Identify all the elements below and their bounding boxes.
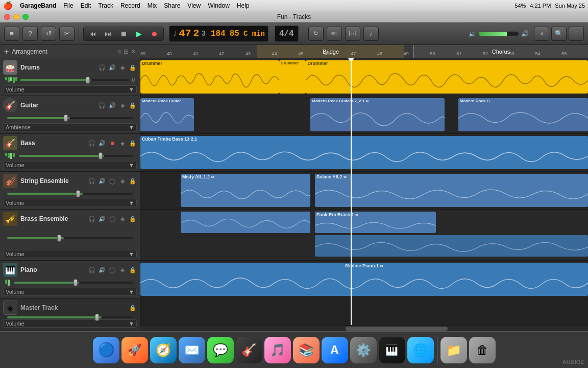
guitar-clip-2[interactable]: Modern Rock Guitar 07_2.1 ∞ [310, 98, 445, 131]
brass-clip-bottom[interactable] [315, 235, 588, 257]
brass-smart-btn[interactable]: ◈ [118, 215, 127, 223]
undo-button[interactable]: ↺ [41, 27, 56, 41]
drums-volume-select[interactable]: Volume▼ [3, 85, 137, 94]
dock-appstore[interactable]: A [322, 337, 348, 363]
piano-mute-btn[interactable]: ◯ [108, 266, 116, 274]
drums-clip-1[interactable]: Drummer [140, 60, 279, 94]
brass-clip-1[interactable] [181, 212, 310, 233]
strings-smart-btn[interactable]: ◈ [118, 177, 127, 185]
bass-speaker-btn[interactable]: 🔊 [98, 139, 106, 147]
dock-launchpad[interactable]: 🚀 [121, 337, 148, 363]
piano-lock-btn[interactable]: 🔒 [129, 266, 137, 274]
piano-volume-knob[interactable] [74, 279, 78, 286]
dock-messages[interactable]: 💬 [207, 337, 234, 363]
menu-view[interactable]: View [187, 2, 201, 9]
dock-finder2[interactable]: 📁 [440, 337, 467, 363]
guitar-clip-1[interactable]: Modern Rock Guitar [140, 98, 194, 131]
guitar-volume-knob[interactable] [64, 114, 68, 122]
menu-track[interactable]: Track [98, 2, 113, 9]
add-track-button[interactable]: + [4, 47, 9, 56]
drums-clip-2[interactable]: Drummer [279, 60, 306, 94]
help-button[interactable]: ? [22, 27, 38, 41]
drums-volume-knob[interactable] [86, 77, 90, 84]
brass-volume-select[interactable]: Volume▼ [3, 250, 137, 258]
library-button[interactable]: ≡ [4, 27, 19, 41]
bass-lock-btn[interactable]: 🔒 [129, 139, 137, 147]
piano-clip-1[interactable]: Skyline Piano.1 ∞ [140, 263, 588, 296]
close-button[interactable] [4, 14, 10, 20]
dock-safari2[interactable]: 🌐 [407, 337, 434, 363]
dock-itunes[interactable]: 🎵 [264, 337, 291, 363]
brass-lock-btn[interactable]: 🔒 [129, 215, 137, 223]
dock-midi[interactable]: 🎹 [379, 337, 405, 363]
master-volume-select[interactable]: Volume▼ [3, 319, 137, 328]
guitar-volume-select[interactable]: Ambience▼ [3, 123, 137, 131]
brass-speaker-btn[interactable]: 🔊 [98, 215, 106, 223]
menu-mix[interactable]: Mix [148, 2, 157, 9]
master-volume-knob[interactable] [95, 314, 99, 321]
drums-clip-3[interactable]: Drummer [306, 60, 588, 94]
strings-clip-2[interactable]: Solace All.2 ∞ [315, 174, 588, 207]
guitar-lock-btn[interactable]: 🔒 [129, 101, 137, 109]
minimize-button[interactable] [13, 14, 19, 20]
strings-mute-btn[interactable]: ◯ [108, 177, 116, 185]
score-button[interactable]: ♬ [534, 27, 549, 41]
drums-headphones-btn[interactable]: 🎧 [98, 63, 106, 72]
bass-headphones-btn[interactable]: 🎧 [88, 139, 96, 147]
strings-volume-knob[interactable] [76, 190, 80, 197]
browser-button[interactable]: ≣ [569, 27, 584, 41]
drums-speaker-btn[interactable]: 🔊 [108, 63, 116, 72]
arrangement-close-icon[interactable]: ✕ [131, 48, 136, 55]
menu-edit[interactable]: Edit [81, 2, 91, 9]
dock-garageband[interactable]: 🎸 [236, 337, 262, 363]
dock-trash[interactable]: 🗑 [469, 337, 496, 363]
rewind-button[interactable]: ⏮ [86, 27, 100, 40]
drums-smart-btn[interactable]: ◈ [118, 63, 127, 72]
master-lock-btn[interactable]: 🔒 [129, 304, 137, 312]
note-button[interactable]: ♪ [363, 27, 379, 41]
arrangement-grid-icon[interactable]: ⊞ [124, 48, 129, 55]
menu-share[interactable]: Share [164, 2, 180, 9]
horizontal-scrollbar[interactable] [140, 325, 588, 331]
bass-volume-select[interactable]: Volume▼ [3, 161, 137, 169]
bass-smart-btn[interactable]: ◈ [118, 139, 127, 147]
search-button[interactable]: 🔍 [551, 27, 567, 41]
dock-systemprefs[interactable]: ⚙️ [350, 337, 377, 363]
pencil-button[interactable]: ✏ [327, 27, 342, 41]
dock-safari[interactable]: 🧭 [150, 337, 177, 363]
piano-speaker-btn[interactable]: 🔊 [98, 266, 106, 274]
strings-speaker-btn[interactable]: 🔊 [98, 177, 106, 185]
piano-smart-btn[interactable]: ◈ [118, 266, 127, 274]
arrangement-note-icon[interactable]: ♫ [117, 48, 121, 55]
record-button[interactable]: ⏺ [147, 27, 161, 40]
strings-lock-btn[interactable]: 🔒 [129, 177, 137, 185]
maximize-button[interactable] [22, 14, 29, 20]
piano-volume-select[interactable]: Volume▼ [3, 288, 137, 296]
redo-button[interactable]: ✂ [59, 27, 75, 41]
bass-record-btn[interactable]: ⏺ [108, 139, 116, 147]
strings-headphones-btn[interactable]: 🎧 [88, 177, 96, 185]
play-button[interactable]: ▶ [132, 27, 146, 40]
strings-volume-select[interactable]: Volume▼ [3, 199, 137, 207]
dock-mail[interactable]: ✉️ [179, 337, 205, 363]
strings-clip-1[interactable]: Misty All_1.2 ∞ [181, 174, 310, 207]
app-name[interactable]: GarageBand [20, 2, 56, 9]
fast-forward-button[interactable]: ⏭ [101, 27, 115, 40]
apple-menu[interactable]: 🍎 [3, 1, 13, 10]
scroll-thumb[interactable] [346, 327, 448, 331]
guitar-clip-3[interactable]: Modern Rock G [458, 98, 588, 131]
piano-headphones-btn[interactable]: 🎧 [88, 266, 96, 274]
brass-headphones-btn[interactable]: 🎧 [88, 215, 96, 223]
dock-finder[interactable]: 🔵 [93, 337, 119, 363]
guitar-speaker-btn[interactable]: 🔊 [108, 101, 116, 109]
menu-record[interactable]: Record [120, 2, 140, 9]
bass-volume-knob[interactable] [99, 152, 103, 159]
guitar-smart-btn[interactable]: ◈ [118, 101, 127, 109]
menu-help[interactable]: Help [237, 2, 250, 9]
brass-mute-btn[interactable]: ◯ [108, 215, 116, 223]
master-volume-slider[interactable] [478, 31, 519, 36]
brass-volume-knob[interactable] [57, 235, 61, 242]
snap-button[interactable]: |↔| [345, 27, 360, 41]
guitar-headphones-btn[interactable]: 🎧 [98, 101, 106, 109]
cycle-button[interactable]: ↻ [308, 27, 324, 41]
